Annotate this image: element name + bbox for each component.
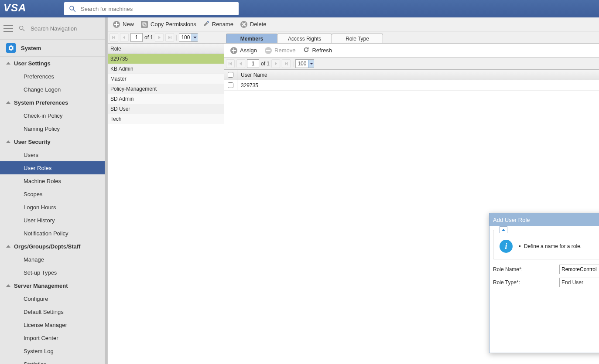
nav-item[interactable]: Naming Policy [0, 122, 107, 135]
search-icon[interactable] [18, 25, 25, 32]
nav-item[interactable]: Set-up Types [0, 266, 107, 279]
page-number-input[interactable] [130, 33, 143, 42]
role-grid-header: Role [108, 44, 224, 54]
main-toolbar: New Copy Permissions Rename Delete [108, 17, 599, 31]
role-row[interactable]: 329735 [108, 54, 224, 64]
new-button[interactable]: New [110, 19, 137, 30]
plus-icon [113, 21, 120, 28]
collapse-toggle-icon[interactable] [500, 226, 507, 233]
top-bar: VSA [0, 0, 599, 17]
svg-rect-10 [288, 62, 288, 65]
role-row[interactable]: SD User [108, 104, 224, 114]
delete-icon [240, 21, 247, 28]
refresh-button[interactable]: Refresh [301, 45, 335, 56]
chevron-down-icon [308, 60, 314, 68]
members-rows: 329735 [224, 80, 599, 91]
role-row[interactable]: KB Admin [108, 64, 224, 74]
nav-item[interactable]: Logon Hours [0, 201, 107, 214]
role-type-select[interactable]: End User [559, 278, 599, 287]
plus-icon [230, 47, 237, 54]
nav-item[interactable]: Machine Roles [0, 174, 107, 187]
tab-members[interactable]: Members [226, 34, 277, 43]
nav-item[interactable]: Scopes [0, 187, 107, 201]
column-username[interactable]: User Name [237, 72, 290, 78]
system-header[interactable]: System [0, 39, 107, 57]
page-size-select[interactable]: 100 [295, 59, 314, 68]
delete-button[interactable]: Delete [238, 19, 269, 30]
pencil-icon [203, 20, 209, 28]
nav-item[interactable]: Configure [0, 292, 107, 305]
nav-item[interactable]: License Manager [0, 318, 107, 331]
nav-item[interactable]: Change Logon [0, 83, 107, 96]
nav-item[interactable]: User History [0, 214, 107, 227]
nav-item[interactable]: Preferences [0, 70, 107, 83]
nav-item[interactable]: System Log [0, 344, 107, 357]
first-page-button[interactable] [226, 59, 235, 68]
svg-line-1 [73, 10, 75, 12]
nav-item[interactable]: Default Settings [0, 305, 107, 318]
nav-section[interactable]: User Settings [0, 57, 107, 70]
machine-search[interactable] [64, 2, 239, 15]
members-grid-header: User Name [224, 70, 599, 80]
member-row[interactable]: 329735 [224, 80, 599, 91]
tab-role-type[interactable]: Role Type [332, 34, 383, 43]
page-number-input[interactable] [247, 59, 259, 68]
nav-item[interactable]: Statistics [0, 357, 107, 364]
dialog-titlebar[interactable]: Add User Role ? ▭ ✕ [489, 213, 599, 226]
nav-item[interactable]: Notification Policy [0, 227, 107, 240]
nav-section[interactable]: User Security [0, 135, 107, 148]
assign-button[interactable]: Assign [228, 45, 260, 56]
page-of-label: of 1 [144, 34, 153, 41]
members-toolbar: Assign Remove Refresh [224, 44, 599, 58]
role-name-input[interactable] [559, 265, 599, 274]
nav-item[interactable]: User Roles [0, 161, 107, 174]
page-of-label: of 1 [261, 61, 270, 67]
role-row[interactable]: SD Admin [108, 94, 224, 104]
svg-rect-7 [171, 36, 172, 39]
role-name-label: Role Name*: [493, 266, 559, 272]
username-cell: 329735 [237, 82, 290, 88]
last-page-button[interactable] [282, 59, 291, 68]
machine-search-input[interactable] [76, 6, 234, 12]
nav-tree: User SettingsPreferencesChange LogonSyst… [0, 57, 107, 364]
nav-item[interactable]: Check-in Policy [0, 109, 107, 122]
first-page-button[interactable] [110, 33, 118, 42]
members-pager: of 1 | 100 [224, 58, 599, 70]
nav-search-input[interactable] [31, 25, 104, 32]
gear-icon [6, 43, 16, 53]
svg-point-0 [70, 6, 74, 10]
last-page-button[interactable] [165, 33, 174, 42]
nav-section[interactable]: System Preferences [0, 96, 107, 109]
role-row[interactable]: Tech [108, 114, 224, 124]
role-row[interactable]: Policy-Management [108, 84, 224, 94]
next-page-button[interactable] [271, 59, 280, 68]
row-checkbox[interactable] [228, 82, 233, 88]
tab-access-rights[interactable]: Access Rights [277, 34, 332, 43]
copy-icon [141, 21, 148, 28]
remove-button[interactable]: Remove [262, 45, 298, 56]
select-all-checkbox[interactable] [228, 72, 233, 78]
copy-permissions-button[interactable]: Copy Permissions [138, 19, 199, 30]
minus-icon [265, 47, 272, 54]
nav-section[interactable]: Server Management [0, 279, 107, 292]
next-page-button[interactable] [155, 33, 164, 42]
nav-item[interactable]: Import Center [0, 331, 107, 344]
system-label: System [21, 45, 41, 51]
nav-item[interactable]: Users [0, 148, 107, 161]
role-row[interactable]: Master [108, 74, 224, 84]
nav-item[interactable]: Manage [0, 253, 107, 266]
svg-rect-8 [266, 50, 270, 51]
rename-button[interactable]: Rename [201, 19, 236, 30]
logo-text: VSA [0, 0, 64, 16]
page-size-select[interactable]: 100 [179, 33, 198, 42]
role-list: 329735KB AdminMasterPolicy-ManagementSD … [108, 54, 224, 364]
role-type-label: Role Type*: [493, 279, 559, 286]
nav-section[interactable]: Orgs/Groups/Depts/Staff [0, 240, 107, 253]
info-panel: i Define a name for a role. [493, 230, 599, 259]
add-user-role-dialog: Add User Role ? ▭ ✕ i Define a name for … [489, 213, 599, 353]
menu-toggle-icon[interactable] [3, 25, 13, 32]
search-icon [68, 5, 76, 13]
prev-page-button[interactable] [120, 33, 129, 42]
prev-page-button[interactable] [236, 59, 245, 68]
role-pager: of 1 | 100 [108, 31, 224, 44]
